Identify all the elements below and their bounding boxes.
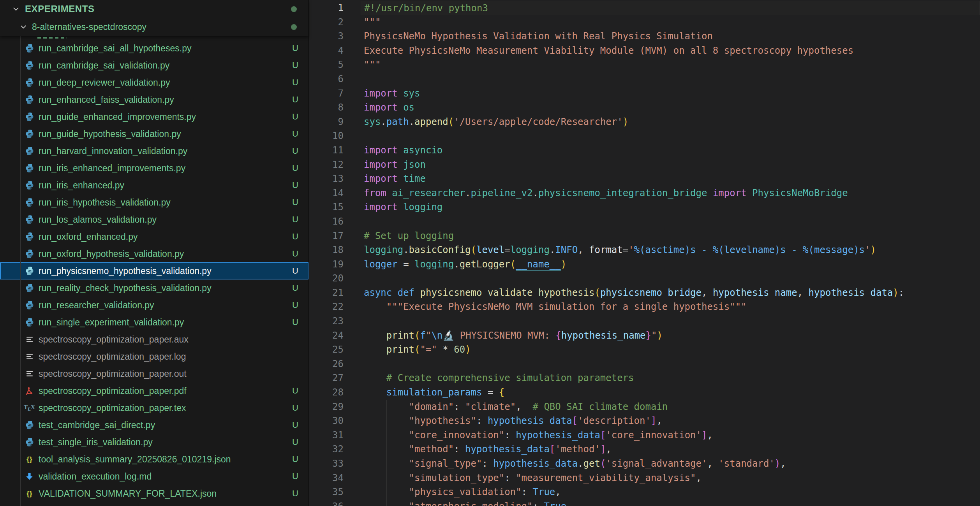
file-row[interactable]: run_iris_hypothesis_validation.pyU: [0, 194, 308, 211]
file-row[interactable]: run_researcher_validation.pyU: [0, 297, 308, 314]
code-line[interactable]: 24 print(f"\n🔬 PHYSICSNEMO MVM: {hypothe…: [309, 329, 980, 343]
code-text: import os: [361, 100, 980, 115]
code-line[interactable]: 9sys.path.append('/Users/apple/code/Rese…: [309, 115, 980, 129]
file-row[interactable]: run_oxford_enhanced.pyU: [0, 228, 308, 245]
token-var: f: [420, 330, 426, 341]
code-line[interactable]: 12import json: [309, 158, 980, 172]
file-row[interactable]: spectroscopy_optimization_paper.log: [0, 348, 308, 365]
file-row[interactable]: run_guide_enhanced_improvements.pyU: [0, 108, 308, 125]
token-var: hypothesis_data: [488, 415, 572, 426]
code-line[interactable]: 18logging.basicConfig(level=logging.INFO…: [309, 243, 980, 257]
file-row[interactable]: run_physicsnemo_hypothesis_validation.py…: [0, 262, 308, 279]
code-line[interactable]: 5""": [309, 58, 980, 72]
file-row[interactable]: run_deep_reviewer_validation.pyU: [0, 74, 308, 91]
code-line[interactable]: 31 "core_innovation": hypothesis_data['c…: [309, 428, 980, 443]
file-name: run_iris_hypothesis_validation.py: [39, 197, 292, 208]
file-row[interactable]: spectroscopy_optimization_paper.aux: [0, 331, 308, 348]
code-line[interactable]: 4Execute PhysicsNeMo Measurement Viabili…: [309, 44, 980, 58]
code-line[interactable]: 21async def physicsnemo_validate_hypothe…: [309, 286, 980, 300]
code-line[interactable]: 29 "domain": "climate", # QBO SAI climat…: [309, 400, 980, 414]
py-file-icon: [24, 60, 35, 71]
token-op: :: [454, 401, 465, 412]
file-row[interactable]: run_oxford_hypothesis_validation.pyU: [0, 245, 308, 262]
code-line[interactable]: 7import sys: [309, 86, 980, 101]
code-line[interactable]: 3PhysicsNeMo Hypothesis Validation with …: [309, 29, 980, 44]
code-editor[interactable]: 1#!/usr/bin/env python32"""3PhysicsNeMo …: [309, 0, 980, 506]
file-row[interactable]: test_single_iris_validation.pyU: [0, 434, 308, 451]
file-row[interactable]: validation_execution_log.mdU: [0, 468, 308, 485]
file-row[interactable]: run_enhanced_faiss_validation.pyU: [0, 91, 308, 108]
file-row[interactable]: {}tool_analysis_summary_20250826_010219.…: [0, 451, 308, 468]
code-line[interactable]: 34 "simulation_type": "measurement_viabi…: [309, 471, 980, 485]
file-row[interactable]: spectroscopy_optimization_paper.out: [0, 365, 308, 382]
token-prm: hypothesis_name: [713, 287, 797, 298]
code-line[interactable]: 33 "signal_type": hypothesis_data.get('s…: [309, 457, 980, 471]
code-line[interactable]: 16: [309, 214, 980, 229]
code-line[interactable]: 26: [309, 357, 980, 371]
indent-guide: [364, 371, 364, 385]
code-line[interactable]: 25 print("=" * 60): [309, 343, 980, 357]
token-str: Execute PhysicsNeMo Measurement Viabilit…: [364, 45, 853, 56]
line-number: 5: [309, 58, 344, 72]
code-line[interactable]: 13import time: [309, 172, 980, 186]
token-str: "domain": [409, 401, 454, 412]
file-row[interactable]: run_cambridge_sai_all_hypotheses.pyU: [0, 40, 308, 57]
token-str: "measurement_viability_analysis": [516, 473, 696, 483]
py-file-icon: [24, 420, 35, 430]
file-row[interactable]: run_iris_enhanced.pyU: [0, 177, 308, 194]
code-line[interactable]: 10: [309, 129, 980, 143]
code-line[interactable]: 17# Set up logging: [309, 229, 980, 243]
folder-row-8-alternatives[interactable]: 8-alternatives-spectdroscopy: [0, 18, 308, 36]
chevron-down-icon: [12, 5, 20, 13]
code-line[interactable]: 30 "hypothesis": hypothesis_data['descri…: [309, 414, 980, 428]
token-b1: ): [657, 330, 662, 341]
token-op: .: [409, 116, 414, 127]
code-text: simulation_params = {: [361, 385, 980, 400]
code-line[interactable]: 15import logging: [309, 200, 980, 214]
file-row[interactable]: run_cambridge_sai_validation.pyU: [0, 57, 308, 74]
file-row[interactable]: spectroscopy_optimization_paper.pdfU: [0, 382, 308, 399]
code-line[interactable]: 6: [309, 72, 980, 86]
token-str: "climate": [465, 401, 516, 412]
section-header-experiments[interactable]: EXPERIMENTS: [0, 0, 308, 18]
code-line[interactable]: 8import os: [309, 100, 980, 115]
token-str: "signal_type": [409, 458, 482, 469]
token-op: :: [532, 501, 544, 506]
file-row[interactable]: run_los_alamos_validation.pyU: [0, 211, 308, 228]
md-file-icon: [24, 471, 35, 482]
code-line[interactable]: 35 "physics_validation": True,: [309, 485, 980, 499]
token-b1: {: [499, 387, 504, 398]
token-k1: import: [364, 102, 398, 113]
py-file-icon: [24, 232, 35, 242]
token-var: simulation_params: [386, 387, 482, 398]
token-txt: [364, 344, 386, 355]
code-line[interactable]: 28 simulation_params = {: [309, 385, 980, 400]
file-row[interactable]: TEXspectroscopy_optimization_paper.texU: [0, 399, 308, 416]
token-k2: async: [364, 287, 392, 298]
file-row[interactable]: run_guide_hypothesis_validation.pyU: [0, 125, 308, 142]
file-row[interactable]: run_harvard_innovation_validation.pyU: [0, 142, 308, 160]
code-line[interactable]: 2""": [309, 15, 980, 30]
git-status-badge: U: [292, 77, 308, 88]
py-file-icon: [24, 180, 35, 191]
code-line[interactable]: 22 """Execute PhysicsNeMo MVM simulation…: [309, 300, 980, 314]
code-line[interactable]: 19logger = logging.getLogger(__name__): [309, 257, 980, 272]
code-line[interactable]: 32 "method": hypothesis_data['method'],: [309, 442, 980, 457]
chevron-down-icon: [19, 23, 27, 31]
py-file-icon: [24, 317, 35, 328]
file-row[interactable]: {}VALIDATION_SUMMARY_FOR_LATEX.jsonU: [0, 485, 308, 502]
file-row[interactable]: run_single_experiment_validation.pyU: [0, 314, 308, 331]
code-line[interactable]: 1#!/usr/bin/env python3: [309, 1, 980, 15]
file-row[interactable]: run_reality_check_hypothesis_validation.…: [0, 279, 308, 297]
file-row[interactable]: test_cambridge_sai_direct.pyU: [0, 416, 308, 434]
indent-guide: [364, 314, 364, 329]
code-line[interactable]: 20: [309, 271, 980, 286]
code-line[interactable]: 14from ai_researcher.pipeline_v2.physics…: [309, 186, 980, 200]
token-str: "=": [420, 344, 437, 355]
code-line[interactable]: 11import asyncio: [309, 143, 980, 158]
token-op: :: [504, 473, 516, 483]
file-row[interactable]: run_iris_enhanced_improvements.pyU: [0, 160, 308, 177]
code-line[interactable]: 23: [309, 314, 980, 329]
code-line[interactable]: 36 "atmospheric_modeling": True,: [309, 499, 980, 506]
code-line[interactable]: 27 # Create comprehensive simulation par…: [309, 371, 980, 385]
